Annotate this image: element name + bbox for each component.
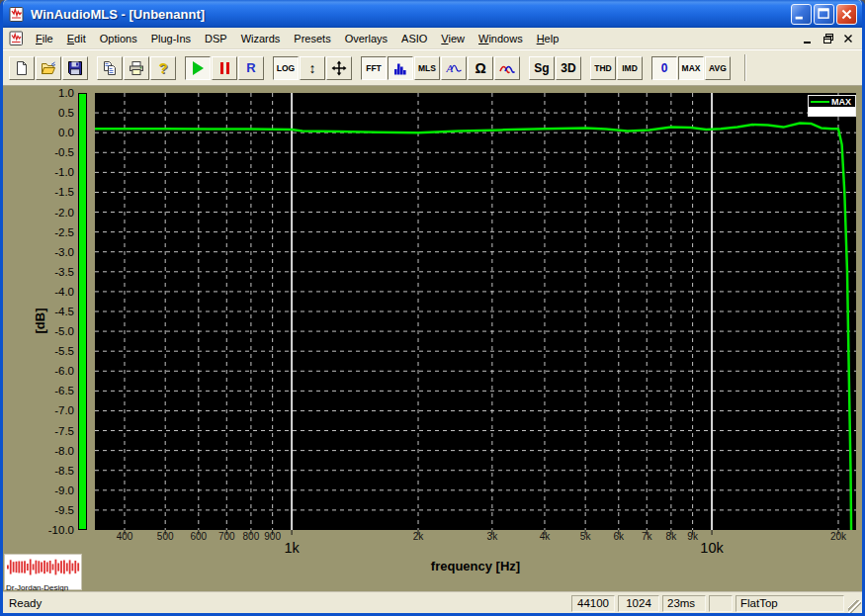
menu-item-wizards[interactable]: Wizards [234,30,288,47]
toolbar-group: THDIMD [590,56,643,80]
sine-a-icon: A [446,60,462,76]
pan-button[interactable] [326,56,352,80]
menu-item-asio[interactable]: ASIO [394,30,434,47]
sg-label: Sg [534,61,549,75]
level-meter [78,93,87,530]
play-icon [193,61,204,75]
y-tick-label: -1.5 [3,186,74,198]
waves-icon [499,60,515,76]
y-tick-label: -2.5 [3,226,74,238]
mdi-window-controls [800,31,858,45]
menu-item-file[interactable]: File [29,30,60,47]
status-field-23ms: 23ms [662,595,706,612]
status-field-1024: 1024 [618,595,659,612]
y-tick-label: 0.5 [3,107,74,119]
spectrum-bars-icon [392,60,408,76]
menu-item-dsp[interactable]: DSP [198,30,234,47]
help-button[interactable]: ? [150,56,176,80]
x-axis-title: frequency [Hz] [95,559,856,573]
toolbar-group: 0MAXAVG [651,56,731,80]
open-button[interactable] [36,56,61,80]
y-axis-title: [dB] [33,292,47,351]
signal-sine-button[interactable]: A [441,56,467,80]
menu-item-help[interactable]: Help [530,30,566,47]
fft-label: FFT [366,63,382,73]
menu-item-plug-ins[interactable]: Plug-Ins [144,30,198,47]
vertical-zoom-button[interactable]: ↕ [300,56,325,80]
mls-button[interactable]: MLS [414,56,440,80]
y-tick-label: -6.5 [3,385,74,396]
log-scale-button[interactable]: LOG [273,56,299,80]
minimize-button[interactable] [791,4,812,25]
menu-item-options[interactable]: Options [93,30,144,47]
impedance-button[interactable]: Ω [468,56,493,80]
y-tick-label: -9.0 [3,484,74,496]
status-bar: Ready 44100102423msFlatTop [3,591,862,614]
imd-label: IMD [622,63,638,73]
omega-icon: Ω [475,61,485,75]
toolbar-group: ? [97,56,176,80]
toolbar-group [9,56,88,80]
menu-item-overlays[interactable]: Overlays [338,30,394,47]
imd-button[interactable]: IMD [617,56,643,80]
app-icon[interactable] [9,6,26,23]
legend-line-swatch [811,101,829,103]
mdi-minimize-button[interactable] [800,31,817,45]
sg-button[interactable]: Sg [529,56,555,80]
save-button[interactable] [62,56,88,80]
print-icon [129,60,144,76]
print-button[interactable] [124,56,149,80]
x-tick-label: 400 [103,531,146,542]
play-button[interactable] [185,56,211,80]
avg-button[interactable]: AVG [705,56,731,80]
y-tick-label: -6.0 [3,365,74,377]
resize-grip[interactable] [848,600,861,613]
zero-button[interactable]: 0 [651,56,677,80]
fft-button[interactable]: FFT [361,56,387,80]
y-tick-label: -3.0 [3,246,74,258]
y-tick-label: 0.0 [3,127,74,138]
plot[interactable] [95,93,856,535]
app-window: WinAudioMLS - [Unbenannt] FileEditOption… [0,0,865,616]
chart-area: 1.00.50.0-0.5-1.0-1.5-2.0-2.5-3.0-3.5-4.… [3,86,862,591]
y-tick-label: 1.0 [3,87,74,99]
maximize-button[interactable] [814,4,834,25]
menu-item-presets[interactable]: Presets [287,30,337,47]
x-tick-label: 4k [523,531,566,542]
y-tick-label: -3.5 [3,266,74,278]
x-tick-label: 10k [687,540,736,556]
title-bar: WinAudioMLS - [Unbenannt] [3,0,862,28]
legend: MAX [808,95,856,117]
y-tick-label: -7.0 [3,404,74,416]
menu-items: FileEditOptionsPlug-InsDSPWizardsPresets… [29,30,800,47]
copy-icon [102,60,118,76]
menu-item-view[interactable]: View [434,30,472,47]
status-field-flattop: FlatTop [735,595,844,612]
menu-item-windows[interactable]: Windows [472,30,530,47]
menu-item-edit[interactable]: Edit [60,30,93,47]
y-tick-label: -10.0 [3,524,74,536]
mdi-close-button[interactable] [839,31,856,45]
mdi-restore-button[interactable] [820,31,836,45]
toolbar-separator [744,54,746,81]
close-button[interactable] [836,4,857,25]
document-system-icon[interactable] [9,31,25,46]
x-tick-label: 3k [471,531,514,542]
toolbar: ?RLOG↕FFTMLSAΩSg3DTHDIMD0MAXAVG [3,49,862,86]
pause-button[interactable] [212,56,237,80]
record-button[interactable]: R [238,56,264,80]
y-tick-label: -0.5 [3,146,74,158]
spectrum-button[interactable] [388,56,413,80]
overlay-waves-button[interactable] [494,56,520,80]
copy-button[interactable] [97,56,123,80]
new-button[interactable] [9,56,35,80]
3d-button[interactable]: 3D [556,56,581,80]
max-button[interactable]: MAX [678,56,704,80]
toolbar-group: LOG↕ [273,56,352,80]
pause-icon [220,62,229,74]
x-tick-label: 20k [817,531,860,542]
toolbar-group: FFTMLSAΩ [361,56,520,80]
status-field-empty [709,595,733,612]
y-tick-label: -7.5 [3,425,74,437]
thd-button[interactable]: THD [590,56,616,80]
